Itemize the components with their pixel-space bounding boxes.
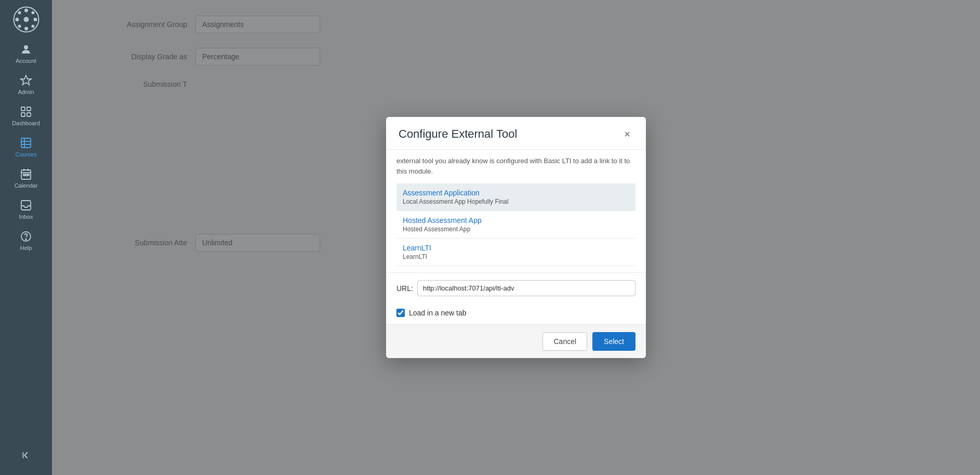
svg-rect-15 bbox=[21, 138, 31, 148]
svg-rect-12 bbox=[27, 107, 31, 111]
sidebar-item-dashboard[interactable]: Dashboard bbox=[0, 100, 52, 131]
svg-rect-14 bbox=[27, 113, 31, 116]
modal-intro-text: external tool you already know is config… bbox=[396, 156, 635, 176]
sidebar-calendar-label: Calendar bbox=[15, 182, 38, 189]
calendar-icon bbox=[20, 168, 32, 180]
sidebar: Account Admin Dashboard Courses bbox=[0, 0, 52, 475]
sidebar-collapse-button[interactable] bbox=[14, 443, 38, 467]
modal-overlay: Configure External Tool × external tool … bbox=[52, 0, 980, 475]
svg-point-8 bbox=[31, 11, 34, 15]
url-label: URL: bbox=[396, 284, 413, 293]
main-content: Assignment Group Assignments Display Gra… bbox=[52, 0, 980, 475]
svg-point-9 bbox=[18, 25, 21, 28]
svg-point-3 bbox=[24, 27, 28, 31]
tool-hosted-assessment-desc: Hosted Assessment App bbox=[403, 226, 629, 233]
sidebar-inbox-label: Inbox bbox=[19, 214, 33, 220]
url-input[interactable] bbox=[417, 280, 635, 296]
dashboard-icon bbox=[20, 105, 32, 118]
svg-point-1 bbox=[23, 17, 29, 22]
svg-rect-23 bbox=[23, 174, 25, 176]
sidebar-item-calendar[interactable]: Calendar bbox=[0, 163, 52, 194]
svg-rect-13 bbox=[21, 113, 25, 116]
sidebar-item-inbox[interactable]: Inbox bbox=[0, 194, 52, 225]
url-section: URL: bbox=[386, 272, 646, 304]
sidebar-item-admin[interactable]: Admin bbox=[0, 69, 52, 100]
tool-item-hosted-assessment[interactable]: Hosted Assessment App Hosted Assessment … bbox=[396, 211, 635, 239]
tool-assessment-application-desc: Local Assessment App Hopefully Final bbox=[403, 198, 629, 205]
modal-header: Configure External Tool × bbox=[386, 117, 646, 150]
cancel-button[interactable]: Cancel bbox=[542, 332, 587, 351]
select-button[interactable]: Select bbox=[592, 332, 635, 351]
sidebar-help-label: Help bbox=[20, 245, 32, 251]
help-icon bbox=[20, 230, 32, 243]
tool-item-learnlti[interactable]: LearnLTI LearnLTI bbox=[396, 239, 635, 266]
tool-learnlti-name: LearnLTI bbox=[403, 244, 629, 252]
modal-title: Configure External Tool bbox=[399, 127, 517, 141]
svg-rect-24 bbox=[25, 174, 27, 176]
tool-list-scroll[interactable]: external tool you already know is config… bbox=[386, 150, 646, 272]
tool-learnlti-desc: LearnLTI bbox=[403, 253, 629, 260]
svg-point-28 bbox=[25, 239, 27, 240]
collapse-icon bbox=[20, 450, 32, 461]
svg-point-2 bbox=[24, 9, 28, 12]
admin-icon bbox=[20, 74, 32, 87]
configure-external-tool-modal: Configure External Tool × external tool … bbox=[386, 117, 646, 358]
sidebar-account-label: Account bbox=[16, 58, 36, 64]
modal-footer: Cancel Select bbox=[386, 324, 646, 358]
svg-point-4 bbox=[15, 18, 19, 21]
tool-hosted-assessment-name: Hosted Assessment App bbox=[403, 216, 629, 225]
tool-item-assessment-application[interactable]: Assessment Application Local Assessment … bbox=[396, 183, 635, 211]
svg-point-7 bbox=[31, 25, 34, 28]
courses-icon bbox=[20, 137, 32, 149]
sidebar-bottom bbox=[14, 443, 38, 475]
inbox-icon bbox=[20, 199, 32, 212]
sidebar-item-account[interactable]: Account bbox=[0, 38, 52, 69]
account-icon bbox=[20, 43, 32, 56]
svg-rect-11 bbox=[21, 107, 25, 111]
svg-point-5 bbox=[33, 18, 37, 21]
svg-rect-25 bbox=[28, 174, 29, 176]
sidebar-item-courses[interactable]: Courses bbox=[0, 131, 52, 163]
sidebar-admin-label: Admin bbox=[18, 89, 34, 95]
svg-point-6 bbox=[18, 11, 21, 15]
modal-close-button[interactable]: × bbox=[621, 128, 633, 140]
load-new-tab-checkbox[interactable] bbox=[396, 309, 405, 317]
sidebar-courses-label: Courses bbox=[16, 151, 37, 157]
tool-assessment-application-name: Assessment Application bbox=[403, 189, 629, 197]
modal-body: external tool you already know is config… bbox=[386, 150, 646, 324]
sidebar-dashboard-label: Dashboard bbox=[12, 120, 40, 126]
sidebar-item-help[interactable]: Help bbox=[0, 225, 52, 256]
load-new-tab-label: Load in a new tab bbox=[409, 309, 467, 317]
load-new-tab-section: Load in a new tab bbox=[386, 304, 646, 324]
svg-point-10 bbox=[24, 45, 28, 49]
app-logo[interactable] bbox=[12, 5, 41, 34]
svg-rect-26 bbox=[21, 201, 31, 210]
